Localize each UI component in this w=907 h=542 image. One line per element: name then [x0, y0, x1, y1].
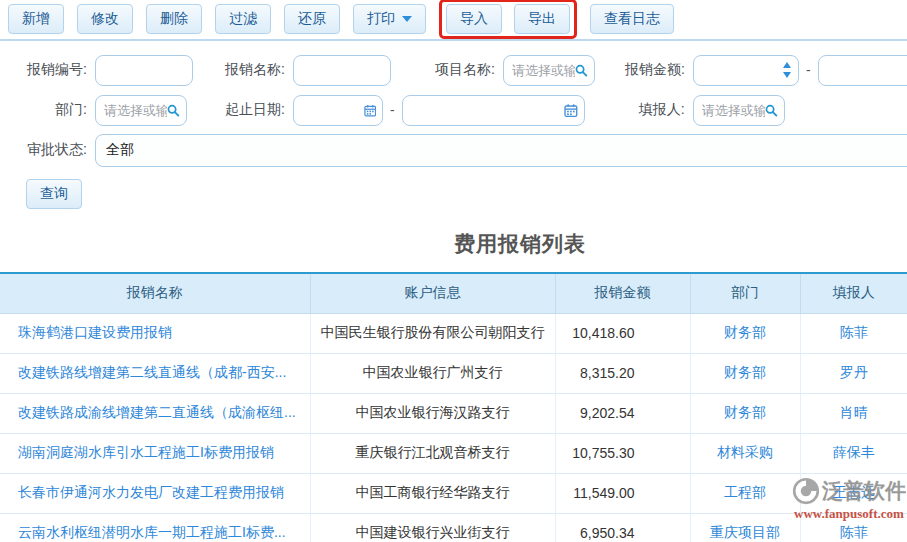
restore-button[interactable]: 还原	[284, 4, 340, 34]
start-date-input[interactable]	[302, 103, 364, 118]
filler-cell: 罗丹	[800, 353, 907, 393]
query-row: 查询	[0, 170, 907, 215]
table-row[interactable]: 改建铁路成渝线增建第二直通线（成渝枢纽... 中国农业银行海汉路支行 9,202…	[0, 393, 907, 433]
modify-button[interactable]: 修改	[77, 4, 133, 34]
department-cell: 材料采购	[690, 433, 800, 473]
account-info-cell: 中国建设银行兴业街支行	[310, 513, 555, 542]
header-expense-name: 报销名称	[0, 273, 310, 313]
date-range-label: 起止日期:	[221, 101, 293, 119]
amount-cell: 11,549.00	[555, 473, 690, 513]
project-name-select[interactable]	[503, 55, 595, 86]
amount-cell: 10,755.30	[555, 433, 690, 473]
department-cell: 财务部	[690, 353, 800, 393]
filler-cell: 肖晴	[800, 393, 907, 433]
search-icon[interactable]	[575, 63, 588, 78]
department-cell: 重庆项目部	[690, 513, 800, 542]
expense-name-field: 报销名称:	[223, 55, 391, 86]
department-cell: 财务部	[690, 313, 800, 353]
import-export-highlight-box: 导入 导出	[439, 0, 577, 39]
header-department: 部门	[690, 273, 800, 313]
expense-table: 报销名称 账户信息 报销金额 部门 填报人 珠海鹤港口建设费用报销 中国民生银行…	[0, 272, 907, 542]
amount-cell: 10,418.60	[555, 313, 690, 353]
filter-button[interactable]: 过滤	[215, 4, 271, 34]
spinner-arrows-icon[interactable]	[783, 62, 791, 78]
expense-name-link[interactable]: 改建铁路成渝线增建第二直通线（成渝枢纽...	[0, 393, 310, 433]
filter-row-3: 审批状态: 全部	[0, 130, 907, 170]
project-name-input[interactable]	[512, 63, 575, 78]
table-row[interactable]: 改建铁路线增建第二线直通线（成都-西安... 中国农业银行广州支行 8,315.…	[0, 353, 907, 393]
approval-status-select[interactable]: 全部	[95, 134, 907, 167]
account-info-cell: 中国农业银行广州支行	[310, 353, 555, 393]
expense-name-link[interactable]: 改建铁路线增建第二线直通线（成都-西安...	[0, 353, 310, 393]
department-input[interactable]	[104, 103, 167, 118]
expense-name-input[interactable]	[293, 55, 391, 86]
spinner-down-icon[interactable]	[783, 72, 791, 78]
department-cell: 财务部	[690, 393, 800, 433]
caret-down-icon	[402, 16, 412, 22]
filter-row-1: 报销编号: 报销名称: 项目名称: 报销金额:	[0, 50, 907, 90]
account-info-cell: 中国工商银行经华路支行	[310, 473, 555, 513]
filler-label: 填报人:	[631, 101, 693, 119]
expense-reimbursement-page: 新增 修改 删除 过滤 还原 打印 导入 导出 查看日志 报销编号: 报销名称:…	[0, 0, 907, 542]
search-icon[interactable]	[765, 103, 778, 118]
import-button[interactable]: 导入	[446, 4, 502, 34]
list-title-wrap: 费用报销列表	[0, 230, 907, 258]
delete-button[interactable]: 删除	[146, 4, 202, 34]
approval-status-label: 审批状态:	[0, 141, 95, 159]
query-button[interactable]: 查询	[26, 179, 82, 209]
expense-name-link[interactable]: 长春市伊通河水力发电厂改建工程费用报销	[0, 473, 310, 513]
header-amount: 报销金额	[555, 273, 690, 313]
table-row[interactable]: 珠海鹤港口建设费用报销 中国民生银行股份有限公司朝阳支行 10,418.60 财…	[0, 313, 907, 353]
account-info-cell: 中国农业银行海汉路支行	[310, 393, 555, 433]
add-button[interactable]: 新增	[8, 4, 64, 34]
filler-field: 填报人:	[631, 95, 785, 126]
amount-cell: 9,202.54	[555, 393, 690, 433]
filter-form: 报销编号: 报销名称: 项目名称: 报销金额:	[0, 41, 907, 215]
expense-name-link[interactable]: 珠海鹤港口建设费用报销	[0, 313, 310, 353]
table-row[interactable]: 长春市伊通河水力发电厂改建工程费用报销 中国工商银行经华路支行 11,549.0…	[0, 473, 907, 513]
expense-name-link[interactable]: 湖南洞庭湖水库引水工程施工I标费用报销	[0, 433, 310, 473]
filler-input[interactable]	[702, 103, 765, 118]
expense-no-field: 报销编号:	[0, 55, 193, 86]
date-range-separator: -	[390, 102, 395, 118]
table-header-row: 报销名称 账户信息 报销金额 部门 填报人	[0, 273, 907, 313]
amount-max-input[interactable]	[818, 55, 907, 86]
watermark-url: www.fanpusoft.com	[792, 506, 906, 522]
table-row[interactable]: 湖南洞庭湖水库引水工程施工I标费用报销 重庆银行江北观音桥支行 10,755.3…	[0, 433, 907, 473]
end-date-input[interactable]	[411, 103, 564, 118]
view-log-button[interactable]: 查看日志	[590, 4, 674, 34]
amount-cell: 6,950.34	[555, 513, 690, 542]
print-button-label: 打印	[367, 10, 395, 28]
print-button[interactable]: 打印	[353, 4, 426, 34]
expense-no-input[interactable]	[95, 55, 193, 86]
header-account-info: 账户信息	[310, 273, 555, 313]
calendar-icon[interactable]	[564, 103, 578, 118]
start-date-picker[interactable]	[293, 95, 383, 126]
calendar-icon[interactable]	[364, 103, 376, 118]
expense-name-link[interactable]: 云南水利枢纽潜明水库一期工程施工I标费...	[0, 513, 310, 542]
page-title: 费用报销列表	[0, 230, 907, 258]
search-icon[interactable]	[167, 103, 180, 118]
filler-cell: 陈菲	[800, 313, 907, 353]
export-button[interactable]: 导出	[514, 4, 570, 34]
date-range-field: 起止日期: -	[221, 95, 585, 126]
approval-status-field: 审批状态: 全部	[0, 134, 907, 167]
department-select[interactable]	[95, 95, 187, 126]
amount-range-field: 报销金额: -	[621, 55, 907, 86]
end-date-picker[interactable]	[402, 95, 585, 126]
department-label: 部门:	[0, 101, 95, 119]
amount-label: 报销金额:	[621, 61, 693, 79]
spinner-up-icon[interactable]	[783, 62, 791, 68]
header-filler: 填报人	[800, 273, 907, 313]
account-info-cell: 重庆银行江北观音桥支行	[310, 433, 555, 473]
expense-no-label: 报销编号:	[0, 61, 95, 79]
toolbar: 新增 修改 删除 过滤 还原 打印 导入 导出 查看日志	[0, 0, 907, 41]
watermark-brand: 泛普软件	[822, 477, 906, 505]
amount-min-spinner[interactable]	[693, 55, 799, 86]
amount-range-separator: -	[806, 62, 811, 78]
amount-cell: 8,315.20	[555, 353, 690, 393]
vendor-watermark: 泛普软件 www.fanpusoft.com	[792, 477, 906, 522]
table-row[interactable]: 云南水利枢纽潜明水库一期工程施工I标费... 中国建设银行兴业街支行 6,950…	[0, 513, 907, 542]
fanpu-logo-icon	[792, 477, 820, 505]
filler-select[interactable]	[693, 95, 785, 126]
